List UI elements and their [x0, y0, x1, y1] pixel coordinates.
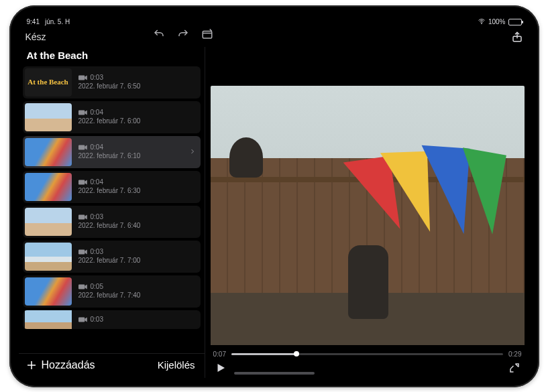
clip-timestamp: 2022. február 7. 6:30	[78, 187, 141, 195]
fullscreen-icon[interactable]	[508, 362, 520, 374]
undo-icon[interactable]	[153, 28, 165, 40]
svg-rect-8	[78, 250, 85, 255]
video-icon	[78, 249, 88, 255]
scrubber-knob[interactable]	[294, 351, 299, 356]
clip-thumbnail	[25, 277, 72, 306]
clip-duration: 0:03	[91, 213, 103, 221]
viewer: 0:07 0:29	[205, 47, 530, 378]
clip-item[interactable]: 0:03	[23, 310, 201, 329]
chevron-right-icon	[188, 146, 197, 158]
battery-icon	[508, 19, 522, 25]
clip-duration: 0:03	[91, 316, 103, 324]
clip-duration: 0:04	[91, 109, 103, 117]
time-total: 0:29	[508, 350, 521, 358]
svg-point-0	[481, 23, 482, 23]
clip-duration: 0:03	[91, 248, 103, 256]
clip-item[interactable]: 0:03 2022. február 7. 7:00	[23, 241, 201, 273]
wifi-icon	[478, 17, 486, 27]
clip-thumbnail: At the Beach	[25, 68, 72, 96]
share-icon[interactable]	[511, 31, 523, 43]
toolbar: Kész	[19, 27, 530, 47]
home-indicator[interactable]	[234, 372, 315, 375]
svg-rect-10	[78, 317, 85, 322]
select-button[interactable]: Kijelölés	[158, 359, 195, 371]
clip-duration: 0:05	[91, 283, 103, 291]
clip-thumbnail	[25, 208, 72, 236]
status-bar: 9:41 jún. 5. H 100%	[19, 15, 530, 27]
clip-item[interactable]: 0:04 2022. február 7. 6:10	[23, 136, 201, 168]
play-icon[interactable]	[215, 362, 227, 374]
video-icon	[78, 316, 88, 323]
video-icon	[78, 144, 88, 151]
clip-duration: 0:03	[91, 74, 103, 82]
add-button[interactable]: Hozzáadás	[25, 359, 95, 371]
time-current: 0:07	[213, 350, 226, 358]
clip-sidebar: At the Beach At the Beach 0:03 2022.	[19, 47, 205, 378]
clip-timestamp: 2022. február 7. 7:00	[78, 257, 141, 265]
scrubber-track[interactable]	[231, 353, 503, 355]
status-time: 9:41	[27, 18, 40, 25]
done-button[interactable]: Kész	[25, 31, 46, 42]
svg-rect-4	[78, 111, 85, 115]
video-icon	[78, 179, 88, 186]
clip-timestamp: 2022. február 7. 6:10	[78, 152, 141, 160]
svg-rect-1	[203, 31, 212, 38]
video-icon	[78, 214, 88, 220]
clip-timestamp: 2022. február 7. 7:40	[78, 291, 141, 300]
clip-duration: 0:04	[91, 178, 103, 186]
clip-timestamp: 2022. február 7. 6:50	[78, 82, 141, 90]
status-date: jún. 5. H	[45, 18, 70, 25]
video-icon	[78, 109, 88, 116]
clip-duration: 0:04	[91, 143, 103, 151]
preview-canvas[interactable]	[211, 86, 525, 345]
clip-thumbnail	[25, 173, 72, 201]
clip-item[interactable]: 0:03 2022. február 7. 6:40	[23, 206, 201, 238]
battery-pct: 100%	[488, 18, 506, 25]
clip-thumbnail	[25, 243, 72, 271]
storyboard-icon[interactable]	[201, 28, 213, 40]
clip-item[interactable]: 0:05 2022. február 7. 7:40	[23, 275, 201, 308]
clip-thumbnail	[25, 310, 72, 329]
svg-rect-9	[78, 285, 85, 289]
svg-rect-7	[78, 215, 85, 220]
clip-list[interactable]: At the Beach 0:03 2022. február 7. 6:50	[19, 66, 205, 353]
svg-rect-3	[78, 76, 85, 80]
redo-icon[interactable]	[177, 28, 189, 40]
project-title: At the Beach	[19, 47, 205, 66]
clip-item[interactable]: 0:04 2022. február 7. 6:00	[23, 101, 201, 133]
clip-item[interactable]: At the Beach 0:03 2022. február 7. 6:50	[23, 66, 201, 99]
clip-thumbnail	[25, 103, 72, 131]
clip-thumbnail	[25, 138, 72, 166]
timeline[interactable]: 0:07 0:29	[213, 350, 522, 358]
clip-timestamp: 2022. február 7. 6:00	[78, 117, 141, 125]
clip-item[interactable]: 0:04 2022. február 7. 6:30	[23, 171, 201, 203]
svg-rect-5	[78, 145, 85, 150]
video-icon	[78, 283, 88, 290]
svg-rect-6	[78, 180, 85, 185]
clip-timestamp: 2022. február 7. 6:40	[78, 222, 141, 230]
video-icon	[78, 74, 88, 81]
